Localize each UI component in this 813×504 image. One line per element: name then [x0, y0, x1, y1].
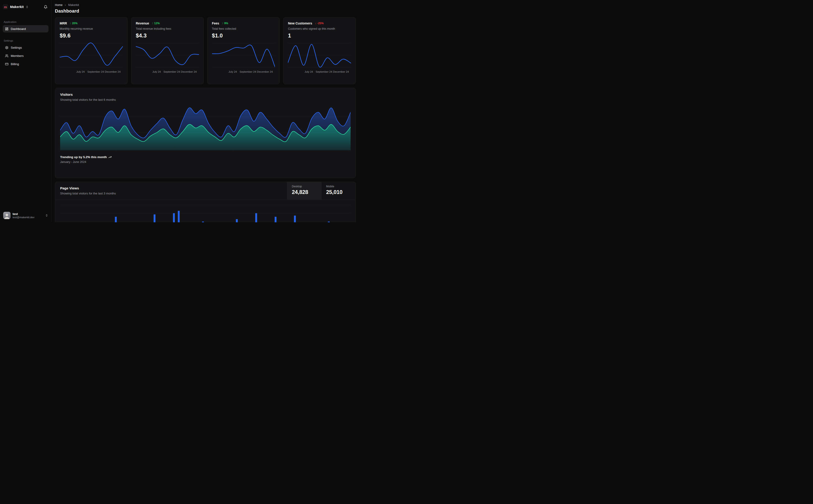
x-axis-labels: July 24 September 24 December 24: [288, 70, 351, 74]
gear-icon: [5, 46, 8, 49]
page-views-header: Page Views Showing total visitors for th…: [55, 182, 356, 200]
chevrons-up-down-icon: [45, 214, 48, 217]
stat-value: $1.0: [212, 32, 275, 39]
tab-desktop[interactable]: Desktop 24,828: [287, 182, 321, 199]
sidebar-item-label: Settings: [11, 46, 22, 49]
stat-change-badge: ↑12%: [152, 22, 159, 25]
arrow-down-icon: ↓: [315, 22, 316, 25]
sidebar-item-dashboard[interactable]: Dashboard: [3, 25, 48, 32]
sidebar-item-settings[interactable]: Settings: [3, 44, 48, 51]
visitors-date-range: January - June 2024: [60, 160, 351, 164]
sidebar-item-label: Dashboard: [11, 27, 26, 31]
main-content: Home Makerkit Dashboard MRR ↑20% Monthly…: [51, 0, 359, 222]
trending-up-icon: [108, 156, 112, 159]
user-menu[interactable]: test test@makerkit.dev: [3, 211, 48, 220]
breadcrumb-home-link[interactable]: Home: [55, 3, 62, 7]
visitors-subtitle: Showing total visitors for the last 6 mo…: [60, 98, 351, 101]
sidebar: m Makerkit Application Dashboard Setting…: [0, 0, 51, 222]
stat-description: Customers who signed up this month: [288, 27, 351, 30]
stat-title: Revenue: [136, 21, 149, 25]
chevrons-up-down-icon: [26, 5, 29, 8]
workspace-switcher[interactable]: m Makerkit: [3, 4, 43, 10]
stat-card-mrr: MRR ↑20% Monthly recurring revenue $9.6 …: [55, 17, 128, 84]
nav-section-settings: Settings: [4, 39, 48, 42]
stat-cards-row: MRR ↑20% Monthly recurring revenue $9.6 …: [55, 17, 356, 84]
x-tick: December 24: [181, 70, 197, 73]
tab-value: 24,828: [292, 189, 317, 195]
tab-value: 25,010: [326, 189, 351, 195]
x-tick: September 24: [163, 70, 180, 73]
page-views-subtitle: Showing total visitors for the last 3 mo…: [60, 192, 282, 195]
stat-value: $9.6: [60, 32, 123, 39]
page-views-card: Page Views Showing total visitors for th…: [55, 182, 356, 222]
sidebar-header: m Makerkit: [3, 3, 48, 11]
x-tick: July 24: [305, 70, 313, 73]
stat-description: Monthly recurring revenue: [60, 27, 123, 30]
stat-card-new-customers: New Customers ↓-25% Customers who signed…: [283, 17, 356, 84]
sidebar-item-label: Members: [11, 54, 24, 58]
credit-card-icon: [5, 62, 8, 66]
stat-title: MRR: [60, 21, 67, 25]
visitors-card: Visitors Showing total visitors for the …: [55, 88, 356, 178]
user-meta: test test@makerkit.dev: [13, 212, 43, 219]
nav-section-application: Application: [4, 21, 48, 23]
user-email: test@makerkit.dev: [13, 216, 43, 219]
x-tick: September 24: [316, 70, 332, 73]
user-name: test: [13, 212, 43, 216]
x-tick: December 24: [105, 70, 120, 73]
sparkline-chart: July 24 September 24 December 24: [136, 42, 199, 81]
sidebar-item-label: Billing: [11, 62, 19, 66]
sidebar-item-billing[interactable]: Billing: [3, 60, 48, 68]
sparkline-chart: July 24 September 24 December 24: [60, 42, 123, 81]
x-tick: September 24: [240, 70, 256, 73]
x-axis-labels: July 24 September 24 December 24: [60, 70, 123, 74]
page-views-title: Page Views: [60, 186, 282, 190]
page-title: Dashboard: [55, 8, 356, 14]
sidebar-item-members[interactable]: Members: [3, 52, 48, 59]
stat-card-revenue: Revenue ↑12% Total revenue including fee…: [131, 17, 204, 84]
stat-description: Total fees collected: [212, 27, 275, 30]
stat-value: 1: [288, 32, 351, 39]
makerkit-logo: m: [3, 4, 8, 10]
visitors-title: Visitors: [60, 93, 351, 96]
x-tick: July 24: [152, 70, 161, 73]
visitors-footer: Trending up by 5.2% this month: [60, 155, 351, 159]
notifications-button[interactable]: [43, 4, 48, 10]
arrow-up-icon: ↑: [70, 22, 71, 25]
stat-value: $4.3: [136, 32, 199, 39]
stat-card-fees: Fees ↑9% Total fees collected $1.0 July …: [207, 17, 280, 84]
logo-letter: m: [4, 5, 7, 9]
app-root: m Makerkit Application Dashboard Setting…: [0, 0, 359, 222]
sparkline-chart: July 24 September 24 December 24: [212, 42, 275, 81]
tab-mobile[interactable]: Mobile 25,010: [321, 182, 356, 199]
stat-change-badge: ↑20%: [70, 22, 77, 25]
arrow-up-icon: ↑: [222, 22, 223, 25]
stat-description: Total revenue including fees: [136, 27, 199, 30]
x-tick: December 24: [333, 70, 349, 73]
workspace-name: Makerkit: [10, 5, 24, 9]
stat-title: Fees: [212, 21, 219, 25]
x-axis-labels: July 24 September 24 December 24: [136, 70, 199, 74]
bell-icon: [44, 5, 48, 9]
x-tick: September 24: [87, 70, 104, 73]
stat-title: New Customers: [288, 21, 312, 25]
users-icon: [5, 54, 8, 58]
stat-change-badge: ↑9%: [222, 22, 228, 25]
x-tick: July 24: [229, 70, 237, 73]
x-axis-labels: July 24 September 24 December 24: [212, 70, 275, 74]
dashboard-icon: [5, 27, 8, 31]
stat-change-badge: ↓-25%: [315, 22, 324, 25]
breadcrumb-current: Makerkit: [68, 3, 79, 7]
breadcrumb: Home Makerkit: [55, 3, 356, 7]
tab-label: Mobile: [326, 185, 351, 188]
page-views-bar-chart: [60, 200, 351, 222]
sparkline-chart: July 24 September 24 December 24: [288, 42, 351, 81]
tab-label: Desktop: [292, 185, 317, 188]
visitors-area-chart: [60, 106, 351, 150]
x-tick: July 24: [76, 70, 85, 73]
chevron-right-icon: [64, 4, 66, 6]
x-tick: December 24: [257, 70, 273, 73]
arrow-up-icon: ↑: [152, 22, 153, 25]
avatar: [3, 212, 11, 219]
